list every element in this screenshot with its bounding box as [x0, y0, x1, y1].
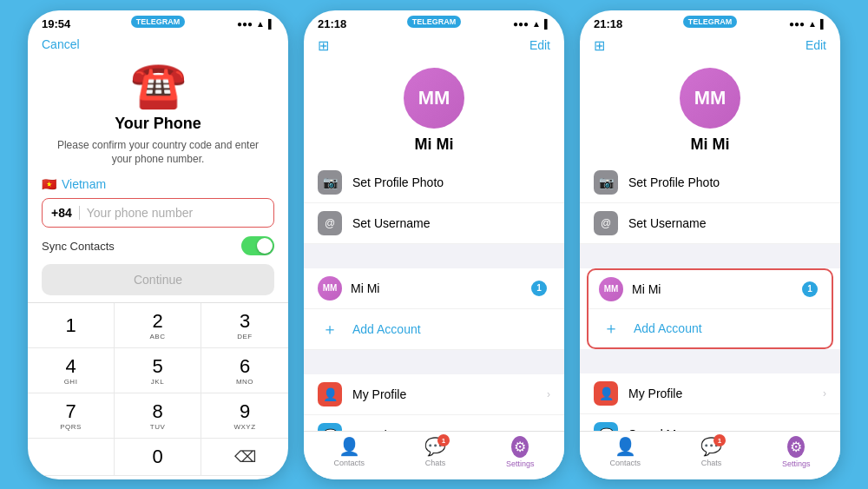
contacts-tab-icon-2: 👤	[339, 436, 360, 457]
avatar-initials-3: MM	[694, 87, 727, 109]
tab-settings-3[interactable]: ⚙ Settings	[782, 436, 811, 468]
tab-contacts-2[interactable]: 👤 Contacts	[333, 436, 365, 467]
key-5[interactable]: 5 JKL	[115, 348, 201, 393]
tg-badge-1: TELEGRAM	[131, 16, 186, 28]
avatar-2: MM	[404, 68, 464, 129]
tab-bar-2: 👤 Contacts 💬 1 Chats ⚙ Settings	[304, 431, 564, 479]
phone-placeholder[interactable]: Your phone number	[87, 206, 193, 220]
tg-badge-2: TELEGRAM	[407, 16, 462, 28]
avatar-section-3: MM Mi Mi	[580, 61, 840, 162]
tab-contacts-3[interactable]: 👤 Contacts	[609, 436, 641, 467]
set-profile-photo-2[interactable]: 📷 Set Profile Photo	[304, 162, 564, 203]
chats-tab-label-2: Chats	[425, 459, 446, 467]
country-row[interactable]: 🇻🇳 Vietnam	[42, 177, 274, 191]
key-7[interactable]: 7 PQRS	[28, 393, 115, 439]
add-account-3[interactable]: ＋ Add Account	[589, 309, 832, 347]
grid-icon-2[interactable]: ⊞	[318, 37, 329, 54]
key-0[interactable]: 0	[115, 439, 201, 476]
user-name-3: Mi Mi	[691, 135, 730, 154]
key-3[interactable]: 3 DEF	[201, 303, 288, 348]
telegram-logo-2: TELEGRAM	[408, 16, 460, 28]
status-time-2: 21:18	[318, 17, 346, 30]
link-icon-3: @	[594, 211, 618, 235]
divider-2-3	[580, 349, 840, 373]
status-bar-1: 19:54 TELEGRAM ●●● ▲ ▌	[28, 10, 288, 34]
chevron-profile-3: ›	[823, 387, 826, 400]
account-badge-3: 1	[802, 281, 818, 297]
settings-tab-icon-2: ⚙	[511, 436, 529, 458]
phone-header: Cancel	[28, 34, 288, 51]
phone-input-row[interactable]: +84 Your phone number	[42, 198, 274, 228]
contacts-tab-label-3: Contacts	[609, 459, 641, 467]
telegram-logo-1: TELEGRAM	[132, 16, 184, 28]
settings-list-2: 📷 Set Profile Photo @ Set Username MM Mi…	[304, 162, 564, 467]
signal-icon-2: ●●●	[513, 19, 529, 29]
wifi-icon: ▲	[256, 19, 265, 29]
user-name-2: Mi Mi	[415, 135, 454, 154]
set-profile-photo-3[interactable]: 📷 Set Profile Photo	[580, 162, 840, 203]
account-mi-mi-3[interactable]: MM Mi Mi 1	[589, 270, 832, 309]
grid-icon-3[interactable]: ⊞	[594, 37, 605, 54]
key-8[interactable]: 8 TUV	[115, 393, 201, 439]
account-badge-2: 1	[531, 281, 547, 296]
avatar-3: MM	[680, 68, 740, 129]
key-2[interactable]: 2 ABC	[115, 303, 201, 348]
tab-bar-3: 👤 Contacts 💬 1 Chats ⚙ Settings	[580, 431, 840, 479]
chats-badge-2: 1	[437, 434, 450, 446]
screen-title: Your Phone	[28, 115, 288, 133]
status-bar-3: 21:18 TELEGRAM ●●● ▲ ▌	[580, 10, 840, 34]
screen-settings-account: 21:18 TELEGRAM ●●● ▲ ▌ ⊞ Edit MM Mi Mi 📷…	[580, 10, 840, 479]
screen-subtitle: Please confirm your country code and ent…	[28, 138, 288, 168]
sync-toggle[interactable]	[241, 236, 274, 255]
sync-row: Sync Contacts	[42, 236, 274, 255]
chevron-profile-2: ›	[547, 388, 550, 400]
cancel-button[interactable]: Cancel	[42, 37, 80, 51]
battery-icon-3: ▌	[820, 19, 826, 29]
continue-button[interactable]: Continue	[42, 264, 274, 295]
tab-settings-2[interactable]: ⚙ Settings	[506, 436, 535, 468]
camera-icon-3: 📷	[594, 170, 618, 195]
key-4[interactable]: 4 GHI	[28, 348, 115, 393]
battery-icon: ▌	[268, 19, 274, 29]
settings-tab-icon-3: ⚙	[787, 436, 805, 458]
edit-button-3[interactable]: Edit	[806, 38, 826, 52]
add-icon-3: ＋	[599, 316, 623, 340]
key-1[interactable]: 1	[28, 303, 115, 348]
country-code: +84	[51, 206, 80, 220]
key-empty	[28, 439, 115, 476]
set-username-2[interactable]: @ Set Username	[304, 203, 564, 244]
settings-list-3: 📷 Set Profile Photo @ Set Username MM Mi…	[580, 162, 840, 467]
screen-settings-normal: 21:18 TELEGRAM ●●● ▲ ▌ ⊞ Edit MM Mi Mi 📷…	[304, 10, 564, 479]
my-profile-3[interactable]: 👤 My Profile ›	[580, 373, 840, 414]
add-account-2[interactable]: ＋ Add Account	[304, 309, 564, 350]
settings-header-3: ⊞ Edit	[580, 34, 840, 61]
add-icon-2: ＋	[318, 317, 342, 341]
account-selected-box: MM Mi Mi 1 ＋ Add Account	[587, 268, 833, 349]
key-6[interactable]: 6 MNO	[201, 348, 288, 393]
status-icons-1: ●●● ▲ ▌	[237, 19, 274, 29]
tab-chats-2[interactable]: 💬 1 Chats	[424, 436, 446, 467]
sync-label: Sync Contacts	[42, 240, 115, 253]
set-username-3[interactable]: @ Set Username	[580, 203, 840, 244]
edit-button-2[interactable]: Edit	[529, 38, 550, 52]
status-time-3: 21:18	[594, 17, 622, 30]
status-time-1: 19:54	[42, 17, 70, 30]
phone-entry-content: Cancel ☎️ Your Phone Please confirm your…	[28, 34, 288, 477]
settings-content-2: ⊞ Edit MM Mi Mi 📷 Set Profile Photo @ Se…	[304, 34, 564, 467]
key-backspace[interactable]: ⌫	[201, 439, 288, 476]
country-name: Vietnam	[62, 177, 106, 191]
profile-icon-3: 👤	[594, 381, 618, 406]
phone-icon: ☎️	[28, 58, 288, 111]
settings-tab-label-3: Settings	[782, 459, 811, 468]
numpad: 1 2 ABC 3 DEF 4 GHI 5 JKL 6 MNO	[28, 302, 288, 476]
tab-chats-3[interactable]: 💬 1 Chats	[700, 436, 722, 467]
signal-icon-3: ●●●	[789, 19, 805, 29]
my-profile-2[interactable]: 👤 My Profile ›	[304, 374, 564, 415]
account-mi-mi-2[interactable]: MM Mi Mi 1	[304, 268, 564, 309]
key-9[interactable]: 9 WXYZ	[201, 393, 288, 439]
status-bar-2: 21:18 TELEGRAM ●●● ▲ ▌	[304, 10, 564, 34]
profile-icon-2: 👤	[318, 382, 342, 406]
status-icons-3: ●●● ▲ ▌	[789, 19, 826, 29]
chats-badge-3: 1	[713, 434, 726, 446]
telegram-logo-3: TELEGRAM	[684, 16, 736, 28]
